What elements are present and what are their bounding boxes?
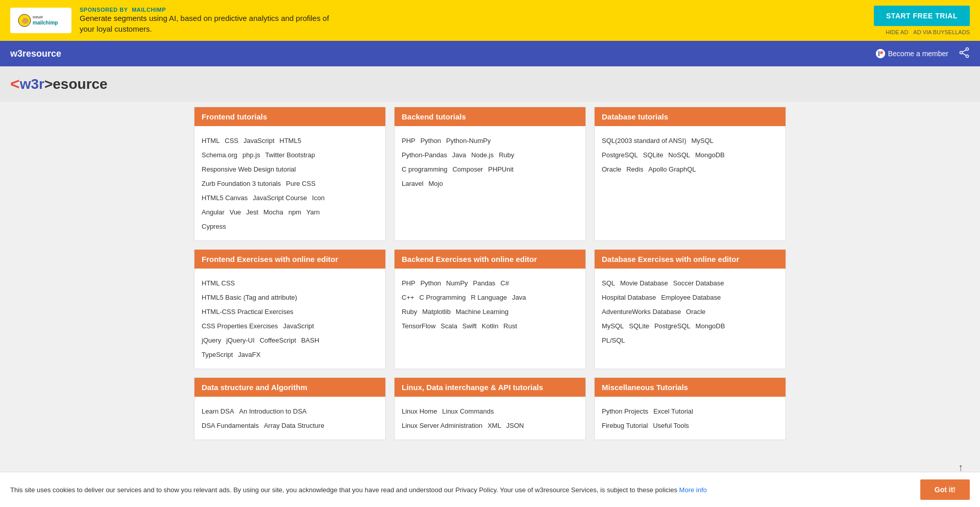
link-useful-tools[interactable]: Useful Tools [653,422,689,429]
link-be-scala[interactable]: Scala [440,322,457,330]
link-schema[interactable]: Schema.org [202,151,237,159]
link-oracle[interactable]: Oracle [602,165,621,173]
link-be-matplotlib[interactable]: Matplotlib [422,308,451,316]
link-mysql[interactable]: MySQL [691,137,713,144]
link-zurb[interactable]: Zurb Foundation 3 tutorials [202,180,281,187]
link-be-numpy[interactable]: NumPy [446,279,468,287]
link-fe-html-css[interactable]: HTML CSS [202,279,235,287]
link-fe-html-css-practical[interactable]: HTML-CSS Practical Exercises [202,308,293,316]
link-db-sql[interactable]: SQL [602,279,615,287]
link-nodejs[interactable]: Node.js [471,151,494,159]
link-be-ruby[interactable]: Ruby [402,308,417,316]
link-icon[interactable]: Icon [312,194,325,202]
link-db-adventureworks[interactable]: AdventureWorks Database [602,308,681,316]
link-sql-ansi[interactable]: SQL(2003 standard of ANSI) [602,137,686,144]
link-db-sqlite[interactable]: SQLite [629,322,649,330]
link-linux-commands[interactable]: Linux Commands [442,407,494,415]
link-be-ml[interactable]: Machine Learning [456,308,508,316]
link-composer[interactable]: Composer [452,165,483,173]
link-db-oracle[interactable]: Oracle [686,308,705,316]
link-json[interactable]: JSON [506,422,524,429]
link-responsive[interactable]: Responsive Web Design tutorial [202,165,296,173]
link-fe-js[interactable]: JavaScript [283,322,314,330]
link-phpjs[interactable]: php.js [242,151,260,159]
link-be-cpp[interactable]: C++ [402,294,414,301]
link-python-projects[interactable]: Python Projects [602,407,648,415]
link-xml[interactable]: XML [487,422,501,429]
link-sqlite[interactable]: SQLite [643,151,664,159]
link-firebug[interactable]: Firebug Tutorial [602,422,648,429]
site-title[interactable]: w3resource [10,49,61,59]
link-db-soccer[interactable]: Soccer Database [673,279,724,287]
link-mojo[interactable]: Mojo [429,180,443,187]
hide-ad-link[interactable]: HIDE AD [886,29,908,35]
link-dsa-fundamentals[interactable]: DSA Fundamentals [202,422,259,429]
link-twitter-bootstrap[interactable]: Twitter Bootstrap [265,151,315,159]
link-jest[interactable]: Jest [246,208,258,216]
link-be-java[interactable]: Java [512,294,526,301]
link-db-employee[interactable]: Employee Database [661,294,721,301]
link-laravel[interactable]: Laravel [402,180,424,187]
link-be-r[interactable]: R Language [471,294,507,301]
link-db-mongodb[interactable]: MongoDB [696,322,725,330]
link-php[interactable]: PHP [402,137,415,144]
link-ruby[interactable]: Ruby [499,151,514,159]
link-nosql[interactable]: NoSQL [668,151,690,159]
link-c-programming[interactable]: C programming [402,165,448,173]
link-fe-html5-basic[interactable]: HTML5 Basic (Tag and attribute) [202,294,297,301]
link-linux-server[interactable]: Linux Server Administration [402,422,482,429]
scroll-up-button[interactable]: ↑ [951,458,970,458]
link-jscourse[interactable]: JavaScript Course [253,194,307,202]
link-mongodb[interactable]: MongoDB [695,151,725,159]
link-css[interactable]: CSS [225,137,238,144]
link-phpunit[interactable]: PHPUnit [488,165,513,173]
link-be-python[interactable]: Python [421,279,441,287]
link-cypress[interactable]: Cypress [202,223,226,230]
link-intro-dsa[interactable]: An Introduction to DSA [239,407,306,415]
link-postgresql[interactable]: PostgreSQL [602,151,638,159]
link-be-c[interactable]: C Programming [419,294,465,301]
link-db-postgresql[interactable]: PostgreSQL [654,322,691,330]
link-yarn[interactable]: Yarn [306,208,320,216]
link-db-plsql[interactable]: PL/SQL [602,336,625,344]
link-be-pandas[interactable]: Pandas [473,279,496,287]
link-javascript[interactable]: JavaScript [243,137,275,144]
link-npm[interactable]: npm [288,208,301,216]
become-member-link[interactable]: Become a member [876,49,948,58]
link-linux-home[interactable]: Linux Home [402,407,437,415]
link-learn-dsa[interactable]: Learn DSA [202,407,234,415]
link-fe-css-props[interactable]: CSS Properties Exercises [202,322,278,330]
link-fe-bash[interactable]: BASH [301,336,319,344]
link-be-php[interactable]: PHP [402,279,415,287]
site-logo[interactable]: < w3r >esource [10,75,108,93]
link-fe-coffeescript[interactable]: CoffeeScript [260,336,296,344]
link-vue[interactable]: Vue [230,208,241,216]
link-db-hospital[interactable]: Hospital Database [602,294,656,301]
link-fe-javafx[interactable]: JavaFX [238,351,260,358]
link-db-movie[interactable]: Movie Database [620,279,668,287]
link-fe-typescript[interactable]: TypeScript [202,351,233,358]
link-be-rust[interactable]: Rust [503,322,517,330]
link-fe-jquery-ui[interactable]: jQuery-UI [226,336,255,344]
link-redis[interactable]: Redis [626,165,643,173]
link-mocha[interactable]: Mocha [263,208,283,216]
link-be-kotlin[interactable]: Kotlin [482,322,499,330]
link-java[interactable]: Java [452,151,466,159]
start-trial-button[interactable]: START FREE TRIAL [874,6,970,26]
link-python[interactable]: Python [421,137,441,144]
link-be-swift[interactable]: Swift [462,322,477,330]
link-excel[interactable]: Excel Tutorial [653,407,693,415]
link-apollo[interactable]: Apollo GraphQL [648,165,696,173]
link-html[interactable]: HTML [202,137,219,144]
link-be-tensorflow[interactable]: TensorFlow [402,322,435,330]
link-db-mysql[interactable]: MySQL [602,322,624,330]
link-pure-css[interactable]: Pure CSS [286,180,315,187]
link-html5[interactable]: HTML5 [280,137,302,144]
link-fe-jquery[interactable]: jQuery [202,336,221,344]
link-python-numpy[interactable]: Python-NumPy [446,137,491,144]
link-angular[interactable]: Angular [202,208,225,216]
share-icon[interactable] [959,47,970,61]
link-array-ds[interactable]: Array Data Structure [264,422,325,429]
link-python-pandas[interactable]: Python-Pandas [402,151,447,159]
link-html5canvas[interactable]: HTML5 Canvas [202,194,248,202]
